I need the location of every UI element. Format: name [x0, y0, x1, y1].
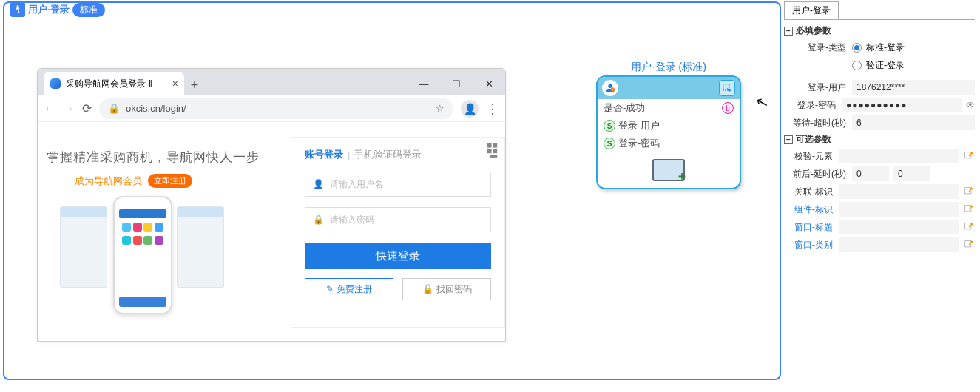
- screen-icon: ＋: [652, 159, 685, 181]
- login-form: 账号登录 | 手机验证码登录 👤 请输入用户名 🔒 请输入密码 快速登录 ✎ 免…: [291, 137, 505, 328]
- login-user-input[interactable]: [852, 80, 975, 95]
- edit-icon[interactable]: [963, 150, 975, 162]
- svg-rect-1: [487, 143, 492, 148]
- page-content: 掌握精准采购商机，导航网快人一步 成为导航网会员 立即注册: [38, 122, 505, 341]
- element-picker-icon[interactable]: [719, 80, 735, 96]
- lock-icon: 🔒: [313, 214, 324, 225]
- reload-icon[interactable]: ⟳: [82, 101, 92, 115]
- password-input[interactable]: 🔒 请输入密码: [305, 207, 491, 232]
- qr-icon[interactable]: [472, 142, 500, 170]
- radio-standard-login[interactable]: [852, 43, 862, 53]
- login-user-label: 登录-用户: [784, 81, 852, 94]
- browser-window: 采购导航网会员登录-ⅱ × + — ☐ ✕ ← → ⟳ 🔒 okcis.cn/l…: [37, 68, 506, 342]
- output-success-label: 是否-成功: [604, 101, 645, 115]
- collapse-icon[interactable]: −: [784, 135, 793, 144]
- back-icon[interactable]: ←: [44, 102, 55, 115]
- group-required[interactable]: − 必填参数: [784, 23, 975, 38]
- login-tab-row: 账号登录 | 手机验证码登录: [305, 148, 491, 161]
- svg-rect-4: [493, 149, 498, 154]
- user-icon: 👤: [313, 179, 324, 189]
- cursor-icon: ↖: [754, 92, 771, 112]
- collapse-icon[interactable]: −: [784, 27, 793, 36]
- username-placeholder: 请输入用户名: [330, 178, 383, 191]
- url-text: okcis.cn/login/: [126, 103, 186, 114]
- flow-node-header[interactable]: [598, 77, 740, 99]
- login-pass-input[interactable]: [842, 98, 962, 112]
- attach-screenshot-slot[interactable]: ＋: [598, 152, 740, 188]
- bookmark-icon[interactable]: ☆: [436, 103, 445, 114]
- register-now-button[interactable]: 立即注册: [148, 174, 192, 188]
- lock-icon: 🔒: [108, 103, 120, 114]
- find-password-button[interactable]: 🔓 找回密码: [402, 278, 491, 300]
- component-id-input[interactable]: [839, 202, 959, 217]
- menu-icon[interactable]: ⋮: [486, 101, 499, 117]
- window-class-label[interactable]: 窗口-类别: [784, 239, 839, 251]
- edit-icon[interactable]: [963, 221, 975, 233]
- tab-sms-login[interactable]: 手机验证码登录: [354, 148, 422, 161]
- username-input[interactable]: 👤 请输入用户名: [305, 172, 491, 197]
- submit-login-button[interactable]: 快速登录: [305, 243, 491, 269]
- new-tab-button[interactable]: +: [184, 75, 205, 95]
- close-icon[interactable]: ×: [172, 78, 178, 89]
- window-title-label[interactable]: 窗口-标题: [784, 221, 839, 234]
- slogan-text: 掌握精准采购商机，导航网快人一步: [47, 149, 260, 166]
- password-placeholder: 请输入密码: [330, 214, 374, 226]
- browser-tab-strip: 采购导航网会员登录-ⅱ × + — ☐ ✕: [38, 69, 505, 95]
- output-success-row: 是否-成功 b: [598, 99, 740, 117]
- browser-tab[interactable]: 采购导航网会员登录-ⅱ ×: [44, 72, 184, 95]
- verify-element-label: 校验-元素: [784, 150, 839, 163]
- delay-label: 前后-延时(秒): [784, 168, 852, 180]
- component-id-label[interactable]: 组件-标识: [784, 203, 839, 216]
- input-pass-row: S 登录-密码: [598, 135, 740, 152]
- input-user-row: S 登录-用户: [598, 117, 740, 135]
- unlock-icon: 🔓: [422, 284, 433, 294]
- address-bar: ← → ⟳ 🔒 okcis.cn/login/ ☆ 👤 ⋮: [38, 95, 505, 122]
- flow-node[interactable]: 用户-登录 (标准) ▶ ▶ 是否-成功 b S 登录-用户 S: [596, 61, 741, 189]
- bool-type-icon: b: [722, 102, 734, 114]
- window-title-input[interactable]: [839, 220, 959, 234]
- string-type-icon: S: [604, 120, 615, 132]
- node-tag-bar: 用户-登录 标准: [10, 1, 105, 18]
- add-icon: ＋: [676, 169, 688, 184]
- svg-rect-3: [487, 149, 492, 154]
- close-button[interactable]: ✕: [473, 72, 505, 95]
- node-variant-pill: 标准: [72, 3, 105, 17]
- reveal-password-icon[interactable]: 👁: [966, 100, 975, 110]
- wait-timeout-label: 等待-超时(秒): [784, 117, 852, 129]
- flow-node-title: 用户-登录 (标准): [596, 61, 741, 74]
- member-line: 成为导航网会员 立即注册: [75, 174, 192, 188]
- promo-image: [60, 196, 230, 322]
- edit-icon: ✎: [326, 284, 334, 294]
- svg-rect-5: [490, 155, 498, 158]
- maximize-button[interactable]: ☐: [440, 72, 473, 95]
- login-pass-label: 登录-密码: [784, 99, 842, 112]
- window-controls: — ☐ ✕: [408, 72, 505, 95]
- tab-title: 采购导航网会员登录-ⅱ: [66, 78, 152, 90]
- free-register-button[interactable]: ✎ 免费注册: [305, 278, 393, 300]
- svg-point-6: [608, 84, 612, 88]
- tab-account-login[interactable]: 账号登录: [305, 148, 343, 161]
- profile-icon[interactable]: 👤: [461, 100, 479, 118]
- assoc-id-input[interactable]: [839, 184, 959, 199]
- edit-icon[interactable]: [963, 186, 975, 197]
- verify-element-input[interactable]: [839, 149, 959, 163]
- properties-tab[interactable]: 用户-登录: [784, 1, 839, 19]
- edit-icon[interactable]: [963, 203, 975, 215]
- walk-icon: [10, 2, 25, 17]
- assoc-id-label: 关联-标识: [784, 186, 839, 198]
- favicon-icon: [50, 78, 61, 89]
- forward-icon[interactable]: →: [63, 102, 75, 115]
- delay-before-input[interactable]: [852, 166, 889, 181]
- edit-icon[interactable]: [963, 239, 975, 251]
- minimize-button[interactable]: —: [408, 72, 440, 95]
- login-type-label: 登录-类型: [784, 41, 852, 54]
- url-field[interactable]: 🔒 okcis.cn/login/ ☆: [99, 98, 453, 119]
- node-title: 用户-登录: [28, 3, 70, 16]
- group-optional[interactable]: − 可选参数: [784, 132, 975, 147]
- wait-timeout-input[interactable]: [852, 115, 975, 130]
- radio-verify-login[interactable]: [852, 61, 862, 70]
- window-class-input[interactable]: [839, 237, 959, 252]
- delay-after-input[interactable]: [893, 166, 930, 181]
- properties-panel: 用户-登录 − 必填参数 登录-类型 标准-登录 验证-登录 登录-用户 登录: [784, 1, 975, 380]
- svg-rect-2: [493, 143, 498, 148]
